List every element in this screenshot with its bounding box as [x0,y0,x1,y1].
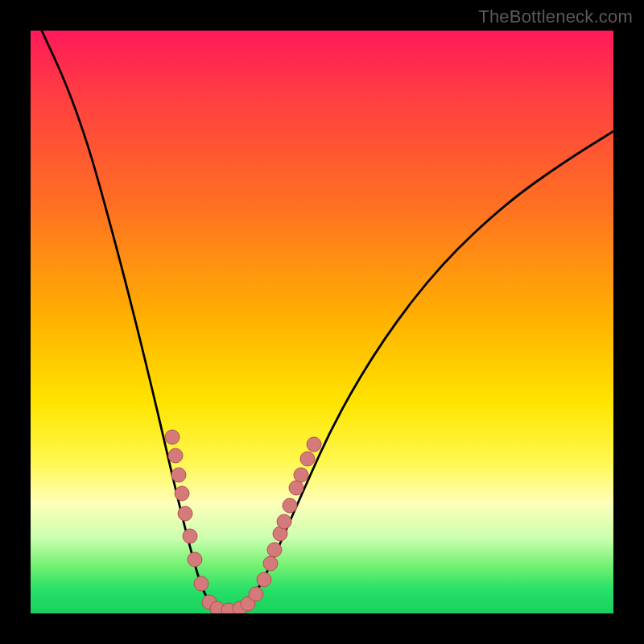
data-marker [307,437,321,452]
marker-group [165,430,321,613]
data-marker [183,529,197,543]
data-marker [175,486,189,501]
bottleneck-curve-svg [31,31,613,613]
data-marker [165,430,180,444]
data-marker [249,587,263,601]
data-marker [194,576,208,591]
data-marker [263,556,278,571]
data-marker [171,468,186,482]
bottleneck-curve [31,31,613,609]
data-marker [188,552,202,567]
data-marker [289,481,303,495]
plot-area [31,31,613,613]
data-marker [294,468,308,482]
data-marker [267,543,282,557]
data-marker [257,572,271,587]
chart-container: TheBottleneck.com [0,0,644,644]
data-marker [178,506,192,521]
data-marker [277,514,291,529]
data-marker [168,448,183,463]
data-marker [283,498,297,513]
watermark-text: TheBottleneck.com [478,6,633,27]
data-marker [300,452,315,466]
